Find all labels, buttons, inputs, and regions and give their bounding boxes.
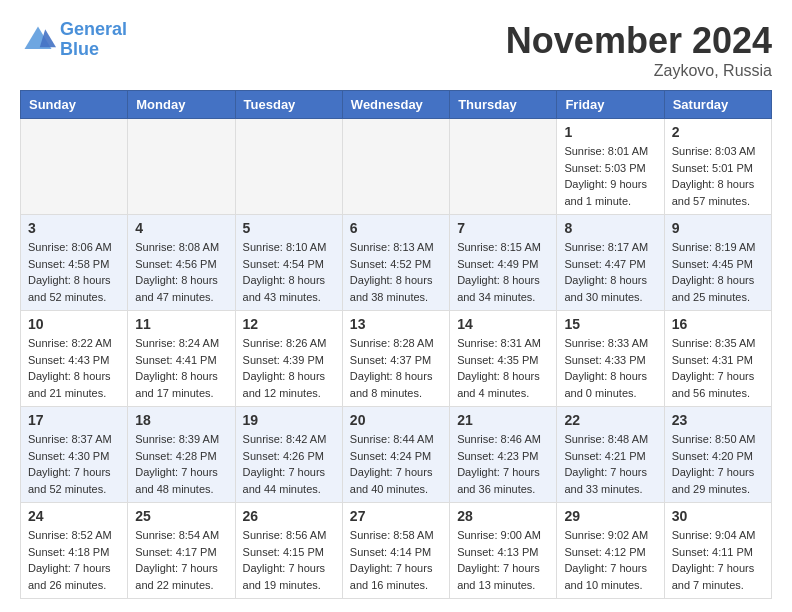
day-info: Sunrise: 8:33 AM Sunset: 4:33 PM Dayligh… xyxy=(564,335,656,401)
day-number: 28 xyxy=(457,508,549,524)
calendar-cell: 1Sunrise: 8:01 AM Sunset: 5:03 PM Daylig… xyxy=(557,119,664,215)
logo-general: General xyxy=(60,20,127,40)
calendar-cell: 21Sunrise: 8:46 AM Sunset: 4:23 PM Dayli… xyxy=(450,407,557,503)
calendar-week-5: 24Sunrise: 8:52 AM Sunset: 4:18 PM Dayli… xyxy=(21,503,772,599)
day-number: 15 xyxy=(564,316,656,332)
calendar-cell: 19Sunrise: 8:42 AM Sunset: 4:26 PM Dayli… xyxy=(235,407,342,503)
day-info: Sunrise: 8:56 AM Sunset: 4:15 PM Dayligh… xyxy=(243,527,335,593)
calendar-header-row: SundayMondayTuesdayWednesdayThursdayFrid… xyxy=(21,91,772,119)
logo-icon xyxy=(20,22,56,58)
calendar-cell: 10Sunrise: 8:22 AM Sunset: 4:43 PM Dayli… xyxy=(21,311,128,407)
calendar-cell: 11Sunrise: 8:24 AM Sunset: 4:41 PM Dayli… xyxy=(128,311,235,407)
day-number: 6 xyxy=(350,220,442,236)
day-info: Sunrise: 8:24 AM Sunset: 4:41 PM Dayligh… xyxy=(135,335,227,401)
day-number: 2 xyxy=(672,124,764,140)
day-number: 27 xyxy=(350,508,442,524)
location: Zaykovo, Russia xyxy=(506,62,772,80)
page-header: General Blue November 2024 Zaykovo, Russ… xyxy=(20,20,772,80)
calendar-week-1: 1Sunrise: 8:01 AM Sunset: 5:03 PM Daylig… xyxy=(21,119,772,215)
calendar-cell: 27Sunrise: 8:58 AM Sunset: 4:14 PM Dayli… xyxy=(342,503,449,599)
day-info: Sunrise: 8:10 AM Sunset: 4:54 PM Dayligh… xyxy=(243,239,335,305)
calendar-cell: 28Sunrise: 9:00 AM Sunset: 4:13 PM Dayli… xyxy=(450,503,557,599)
day-number: 12 xyxy=(243,316,335,332)
day-info: Sunrise: 8:46 AM Sunset: 4:23 PM Dayligh… xyxy=(457,431,549,497)
day-number: 8 xyxy=(564,220,656,236)
day-number: 29 xyxy=(564,508,656,524)
day-info: Sunrise: 8:19 AM Sunset: 4:45 PM Dayligh… xyxy=(672,239,764,305)
day-info: Sunrise: 8:37 AM Sunset: 4:30 PM Dayligh… xyxy=(28,431,120,497)
day-info: Sunrise: 8:17 AM Sunset: 4:47 PM Dayligh… xyxy=(564,239,656,305)
weekday-header-wednesday: Wednesday xyxy=(342,91,449,119)
calendar-cell: 25Sunrise: 8:54 AM Sunset: 4:17 PM Dayli… xyxy=(128,503,235,599)
day-info: Sunrise: 8:42 AM Sunset: 4:26 PM Dayligh… xyxy=(243,431,335,497)
weekday-header-thursday: Thursday xyxy=(450,91,557,119)
logo: General Blue xyxy=(20,20,127,60)
day-number: 16 xyxy=(672,316,764,332)
day-number: 22 xyxy=(564,412,656,428)
day-number: 25 xyxy=(135,508,227,524)
calendar-cell: 14Sunrise: 8:31 AM Sunset: 4:35 PM Dayli… xyxy=(450,311,557,407)
day-number: 5 xyxy=(243,220,335,236)
calendar-cell: 15Sunrise: 8:33 AM Sunset: 4:33 PM Dayli… xyxy=(557,311,664,407)
day-number: 10 xyxy=(28,316,120,332)
calendar-cell: 16Sunrise: 8:35 AM Sunset: 4:31 PM Dayli… xyxy=(664,311,771,407)
calendar-cell: 4Sunrise: 8:08 AM Sunset: 4:56 PM Daylig… xyxy=(128,215,235,311)
day-info: Sunrise: 9:04 AM Sunset: 4:11 PM Dayligh… xyxy=(672,527,764,593)
day-number: 21 xyxy=(457,412,549,428)
day-number: 18 xyxy=(135,412,227,428)
day-number: 11 xyxy=(135,316,227,332)
day-info: Sunrise: 8:26 AM Sunset: 4:39 PM Dayligh… xyxy=(243,335,335,401)
calendar-cell: 8Sunrise: 8:17 AM Sunset: 4:47 PM Daylig… xyxy=(557,215,664,311)
day-info: Sunrise: 8:13 AM Sunset: 4:52 PM Dayligh… xyxy=(350,239,442,305)
day-info: Sunrise: 8:22 AM Sunset: 4:43 PM Dayligh… xyxy=(28,335,120,401)
day-number: 14 xyxy=(457,316,549,332)
calendar-cell: 5Sunrise: 8:10 AM Sunset: 4:54 PM Daylig… xyxy=(235,215,342,311)
day-number: 13 xyxy=(350,316,442,332)
calendar-cell xyxy=(342,119,449,215)
calendar-cell: 6Sunrise: 8:13 AM Sunset: 4:52 PM Daylig… xyxy=(342,215,449,311)
calendar-cell: 24Sunrise: 8:52 AM Sunset: 4:18 PM Dayli… xyxy=(21,503,128,599)
logo-blue: Blue xyxy=(60,40,127,60)
day-info: Sunrise: 8:35 AM Sunset: 4:31 PM Dayligh… xyxy=(672,335,764,401)
weekday-header-sunday: Sunday xyxy=(21,91,128,119)
month-title: November 2024 xyxy=(506,20,772,62)
day-number: 4 xyxy=(135,220,227,236)
day-info: Sunrise: 8:15 AM Sunset: 4:49 PM Dayligh… xyxy=(457,239,549,305)
day-info: Sunrise: 8:03 AM Sunset: 5:01 PM Dayligh… xyxy=(672,143,764,209)
day-info: Sunrise: 8:54 AM Sunset: 4:17 PM Dayligh… xyxy=(135,527,227,593)
calendar-cell xyxy=(235,119,342,215)
day-info: Sunrise: 9:00 AM Sunset: 4:13 PM Dayligh… xyxy=(457,527,549,593)
day-number: 30 xyxy=(672,508,764,524)
calendar-week-4: 17Sunrise: 8:37 AM Sunset: 4:30 PM Dayli… xyxy=(21,407,772,503)
calendar-cell: 9Sunrise: 8:19 AM Sunset: 4:45 PM Daylig… xyxy=(664,215,771,311)
day-number: 17 xyxy=(28,412,120,428)
calendar-cell: 13Sunrise: 8:28 AM Sunset: 4:37 PM Dayli… xyxy=(342,311,449,407)
calendar-cell: 12Sunrise: 8:26 AM Sunset: 4:39 PM Dayli… xyxy=(235,311,342,407)
calendar-cell: 23Sunrise: 8:50 AM Sunset: 4:20 PM Dayli… xyxy=(664,407,771,503)
title-block: November 2024 Zaykovo, Russia xyxy=(506,20,772,80)
calendar-cell: 3Sunrise: 8:06 AM Sunset: 4:58 PM Daylig… xyxy=(21,215,128,311)
calendar-cell: 22Sunrise: 8:48 AM Sunset: 4:21 PM Dayli… xyxy=(557,407,664,503)
calendar-cell xyxy=(450,119,557,215)
day-info: Sunrise: 8:50 AM Sunset: 4:20 PM Dayligh… xyxy=(672,431,764,497)
weekday-header-saturday: Saturday xyxy=(664,91,771,119)
day-number: 7 xyxy=(457,220,549,236)
calendar-cell: 18Sunrise: 8:39 AM Sunset: 4:28 PM Dayli… xyxy=(128,407,235,503)
day-number: 1 xyxy=(564,124,656,140)
day-info: Sunrise: 8:01 AM Sunset: 5:03 PM Dayligh… xyxy=(564,143,656,209)
calendar-cell xyxy=(21,119,128,215)
calendar-cell: 26Sunrise: 8:56 AM Sunset: 4:15 PM Dayli… xyxy=(235,503,342,599)
calendar-week-2: 3Sunrise: 8:06 AM Sunset: 4:58 PM Daylig… xyxy=(21,215,772,311)
day-info: Sunrise: 8:06 AM Sunset: 4:58 PM Dayligh… xyxy=(28,239,120,305)
day-info: Sunrise: 8:48 AM Sunset: 4:21 PM Dayligh… xyxy=(564,431,656,497)
calendar-cell: 7Sunrise: 8:15 AM Sunset: 4:49 PM Daylig… xyxy=(450,215,557,311)
day-info: Sunrise: 8:08 AM Sunset: 4:56 PM Dayligh… xyxy=(135,239,227,305)
weekday-header-friday: Friday xyxy=(557,91,664,119)
day-info: Sunrise: 9:02 AM Sunset: 4:12 PM Dayligh… xyxy=(564,527,656,593)
calendar-cell: 2Sunrise: 8:03 AM Sunset: 5:01 PM Daylig… xyxy=(664,119,771,215)
day-info: Sunrise: 8:58 AM Sunset: 4:14 PM Dayligh… xyxy=(350,527,442,593)
day-number: 24 xyxy=(28,508,120,524)
day-number: 20 xyxy=(350,412,442,428)
calendar-table: SundayMondayTuesdayWednesdayThursdayFrid… xyxy=(20,90,772,599)
calendar-week-3: 10Sunrise: 8:22 AM Sunset: 4:43 PM Dayli… xyxy=(21,311,772,407)
